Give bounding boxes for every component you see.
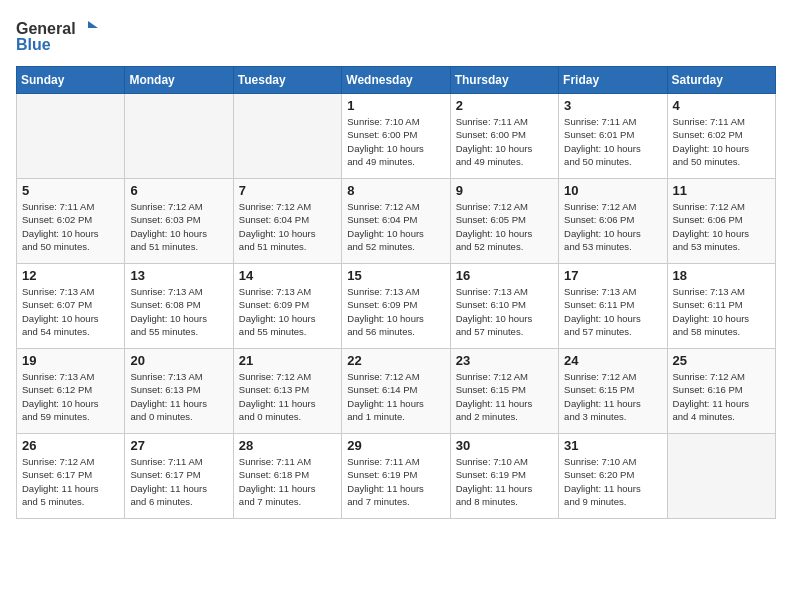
svg-text:Blue: Blue (16, 36, 51, 53)
weekday-header: Saturday (667, 67, 775, 94)
calendar-cell: 22Sunrise: 7:12 AMSunset: 6:14 PMDayligh… (342, 349, 450, 434)
day-info: Sunrise: 7:12 AMSunset: 6:17 PMDaylight:… (22, 455, 119, 508)
calendar-cell: 25Sunrise: 7:12 AMSunset: 6:16 PMDayligh… (667, 349, 775, 434)
day-number: 16 (456, 268, 553, 283)
calendar-cell: 17Sunrise: 7:13 AMSunset: 6:11 PMDayligh… (559, 264, 667, 349)
calendar-cell: 12Sunrise: 7:13 AMSunset: 6:07 PMDayligh… (17, 264, 125, 349)
day-number: 4 (673, 98, 770, 113)
day-number: 11 (673, 183, 770, 198)
day-info: Sunrise: 7:12 AMSunset: 6:04 PMDaylight:… (347, 200, 444, 253)
day-number: 8 (347, 183, 444, 198)
calendar-cell: 19Sunrise: 7:13 AMSunset: 6:12 PMDayligh… (17, 349, 125, 434)
calendar-week-row: 12Sunrise: 7:13 AMSunset: 6:07 PMDayligh… (17, 264, 776, 349)
day-number: 6 (130, 183, 227, 198)
calendar-cell: 13Sunrise: 7:13 AMSunset: 6:08 PMDayligh… (125, 264, 233, 349)
day-number: 10 (564, 183, 661, 198)
day-number: 26 (22, 438, 119, 453)
day-info: Sunrise: 7:12 AMSunset: 6:06 PMDaylight:… (673, 200, 770, 253)
day-info: Sunrise: 7:11 AMSunset: 6:17 PMDaylight:… (130, 455, 227, 508)
calendar-cell: 9Sunrise: 7:12 AMSunset: 6:05 PMDaylight… (450, 179, 558, 264)
calendar-cell: 1Sunrise: 7:10 AMSunset: 6:00 PMDaylight… (342, 94, 450, 179)
svg-text:General: General (16, 20, 76, 37)
day-number: 31 (564, 438, 661, 453)
day-info: Sunrise: 7:10 AMSunset: 6:00 PMDaylight:… (347, 115, 444, 168)
calendar-cell: 20Sunrise: 7:13 AMSunset: 6:13 PMDayligh… (125, 349, 233, 434)
svg-marker-1 (88, 21, 98, 28)
day-number: 22 (347, 353, 444, 368)
day-info: Sunrise: 7:13 AMSunset: 6:10 PMDaylight:… (456, 285, 553, 338)
day-number: 27 (130, 438, 227, 453)
day-info: Sunrise: 7:13 AMSunset: 6:08 PMDaylight:… (130, 285, 227, 338)
calendar-cell: 31Sunrise: 7:10 AMSunset: 6:20 PMDayligh… (559, 434, 667, 519)
calendar-cell: 15Sunrise: 7:13 AMSunset: 6:09 PMDayligh… (342, 264, 450, 349)
day-number: 7 (239, 183, 336, 198)
calendar-cell: 21Sunrise: 7:12 AMSunset: 6:13 PMDayligh… (233, 349, 341, 434)
calendar-cell: 16Sunrise: 7:13 AMSunset: 6:10 PMDayligh… (450, 264, 558, 349)
day-info: Sunrise: 7:11 AMSunset: 6:19 PMDaylight:… (347, 455, 444, 508)
day-number: 24 (564, 353, 661, 368)
calendar-cell: 30Sunrise: 7:10 AMSunset: 6:19 PMDayligh… (450, 434, 558, 519)
calendar-cell (17, 94, 125, 179)
day-number: 13 (130, 268, 227, 283)
day-info: Sunrise: 7:12 AMSunset: 6:16 PMDaylight:… (673, 370, 770, 423)
calendar-cell: 27Sunrise: 7:11 AMSunset: 6:17 PMDayligh… (125, 434, 233, 519)
day-info: Sunrise: 7:12 AMSunset: 6:15 PMDaylight:… (456, 370, 553, 423)
day-info: Sunrise: 7:10 AMSunset: 6:19 PMDaylight:… (456, 455, 553, 508)
calendar-cell: 3Sunrise: 7:11 AMSunset: 6:01 PMDaylight… (559, 94, 667, 179)
calendar-cell: 6Sunrise: 7:12 AMSunset: 6:03 PMDaylight… (125, 179, 233, 264)
logo: GeneralBlue (16, 16, 106, 56)
weekday-header: Monday (125, 67, 233, 94)
calendar-cell: 2Sunrise: 7:11 AMSunset: 6:00 PMDaylight… (450, 94, 558, 179)
day-info: Sunrise: 7:12 AMSunset: 6:14 PMDaylight:… (347, 370, 444, 423)
day-number: 12 (22, 268, 119, 283)
day-info: Sunrise: 7:12 AMSunset: 6:06 PMDaylight:… (564, 200, 661, 253)
calendar-cell: 8Sunrise: 7:12 AMSunset: 6:04 PMDaylight… (342, 179, 450, 264)
calendar-cell: 28Sunrise: 7:11 AMSunset: 6:18 PMDayligh… (233, 434, 341, 519)
calendar-cell: 26Sunrise: 7:12 AMSunset: 6:17 PMDayligh… (17, 434, 125, 519)
day-number: 5 (22, 183, 119, 198)
day-number: 17 (564, 268, 661, 283)
calendar-cell: 5Sunrise: 7:11 AMSunset: 6:02 PMDaylight… (17, 179, 125, 264)
day-info: Sunrise: 7:12 AMSunset: 6:04 PMDaylight:… (239, 200, 336, 253)
calendar-week-row: 5Sunrise: 7:11 AMSunset: 6:02 PMDaylight… (17, 179, 776, 264)
day-info: Sunrise: 7:11 AMSunset: 6:02 PMDaylight:… (22, 200, 119, 253)
weekday-header-row: SundayMondayTuesdayWednesdayThursdayFrid… (17, 67, 776, 94)
day-info: Sunrise: 7:13 AMSunset: 6:07 PMDaylight:… (22, 285, 119, 338)
day-info: Sunrise: 7:12 AMSunset: 6:15 PMDaylight:… (564, 370, 661, 423)
calendar-week-row: 1Sunrise: 7:10 AMSunset: 6:00 PMDaylight… (17, 94, 776, 179)
day-number: 29 (347, 438, 444, 453)
weekday-header: Wednesday (342, 67, 450, 94)
day-info: Sunrise: 7:13 AMSunset: 6:09 PMDaylight:… (239, 285, 336, 338)
calendar-cell: 23Sunrise: 7:12 AMSunset: 6:15 PMDayligh… (450, 349, 558, 434)
day-info: Sunrise: 7:11 AMSunset: 6:00 PMDaylight:… (456, 115, 553, 168)
calendar-cell: 10Sunrise: 7:12 AMSunset: 6:06 PMDayligh… (559, 179, 667, 264)
day-number: 19 (22, 353, 119, 368)
day-number: 30 (456, 438, 553, 453)
calendar-cell: 24Sunrise: 7:12 AMSunset: 6:15 PMDayligh… (559, 349, 667, 434)
day-info: Sunrise: 7:12 AMSunset: 6:05 PMDaylight:… (456, 200, 553, 253)
calendar-cell (233, 94, 341, 179)
day-info: Sunrise: 7:13 AMSunset: 6:13 PMDaylight:… (130, 370, 227, 423)
day-number: 3 (564, 98, 661, 113)
day-number: 2 (456, 98, 553, 113)
day-number: 9 (456, 183, 553, 198)
day-info: Sunrise: 7:11 AMSunset: 6:18 PMDaylight:… (239, 455, 336, 508)
weekday-header: Tuesday (233, 67, 341, 94)
day-info: Sunrise: 7:13 AMSunset: 6:12 PMDaylight:… (22, 370, 119, 423)
day-number: 15 (347, 268, 444, 283)
day-number: 18 (673, 268, 770, 283)
calendar-cell: 18Sunrise: 7:13 AMSunset: 6:11 PMDayligh… (667, 264, 775, 349)
calendar-cell: 4Sunrise: 7:11 AMSunset: 6:02 PMDaylight… (667, 94, 775, 179)
weekday-header: Friday (559, 67, 667, 94)
day-info: Sunrise: 7:10 AMSunset: 6:20 PMDaylight:… (564, 455, 661, 508)
calendar-table: SundayMondayTuesdayWednesdayThursdayFrid… (16, 66, 776, 519)
day-number: 14 (239, 268, 336, 283)
logo-svg: GeneralBlue (16, 16, 106, 56)
day-number: 28 (239, 438, 336, 453)
weekday-header: Sunday (17, 67, 125, 94)
calendar-cell (125, 94, 233, 179)
calendar-cell: 29Sunrise: 7:11 AMSunset: 6:19 PMDayligh… (342, 434, 450, 519)
day-info: Sunrise: 7:13 AMSunset: 6:11 PMDaylight:… (673, 285, 770, 338)
calendar-week-row: 26Sunrise: 7:12 AMSunset: 6:17 PMDayligh… (17, 434, 776, 519)
weekday-header: Thursday (450, 67, 558, 94)
